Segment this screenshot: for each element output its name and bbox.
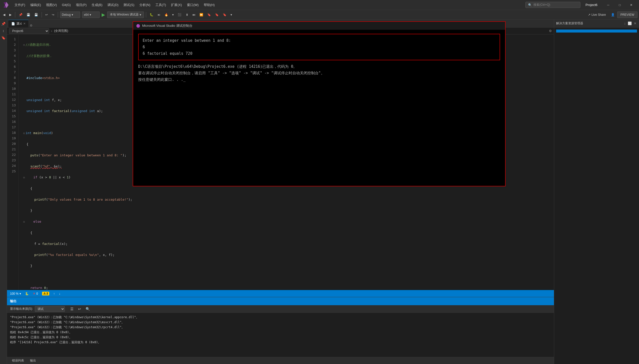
save-button[interactable]: 💾	[33, 11, 40, 18]
app-logo	[2, 1, 10, 9]
output-wrap-button[interactable]: ↩	[77, 305, 83, 312]
console-tip-line2: 按任意键关闭此窗口. . ._	[138, 76, 500, 83]
close-button[interactable]: ✕	[625, 1, 637, 9]
sidebar-cursor-icon[interactable]: ↕	[1, 28, 6, 34]
warning-badge[interactable]: ⚠ 2	[42, 292, 49, 295]
toolbar-separator-4	[146, 12, 146, 18]
toolbar-extra-6[interactable]: ⏸	[184, 11, 190, 18]
output-clear-button[interactable]: ☰	[69, 305, 75, 312]
config-dropdown[interactable]: Debug ▾	[60, 12, 80, 18]
toolbar: ◀ ▶ 📌 💾 💾 ↩ ↪ Debug ▾ x64 ▾ ▶ 本地 Windows…	[0, 10, 639, 20]
toolbar-extra-2[interactable]: ⏯	[156, 11, 162, 18]
project-name-title: Project6	[582, 3, 600, 7]
bottom-tabs: 错误列表 输出	[7, 357, 554, 364]
forward-button[interactable]: ▶	[8, 11, 13, 18]
breadcrumb-scope: (全局范围)	[54, 29, 68, 33]
zoom-value: 100 %	[10, 292, 19, 295]
toolbar-separator-3	[58, 12, 58, 18]
breadcrumb-settings-icon[interactable]: ⚙	[549, 29, 552, 33]
error-x-icon: ✕	[33, 292, 36, 295]
toolbar-extra-4[interactable]: ▾	[171, 11, 175, 18]
error-badge[interactable]: ✕ 0	[33, 292, 38, 295]
warning-triangle-icon: ⚠ 2	[42, 292, 49, 295]
menu-window[interactable]: 窗口(W)	[184, 2, 201, 8]
console-content[interactable]: Enter an integer value between 1 and 8: …	[133, 30, 505, 186]
console-exit-line: D:\C语言项目\Project6\x64\Debug\Project6.exe…	[138, 63, 500, 70]
menu-bar: 文件(F) 编辑(E) 视图(V) Git(G) 项目(P) 生成(B) 调试(…	[12, 2, 525, 8]
output-source-select[interactable]: 调试	[35, 306, 65, 312]
right-panel-header: 解决方案资源管理器 ↕ ⬜ ✕	[554, 20, 639, 28]
toolbar-extra-12[interactable]: ▾	[229, 11, 234, 18]
code-line-23: return 0;	[23, 285, 554, 290]
user-button[interactable]: 👤	[609, 11, 616, 18]
output-content: "Project6.exe" (Win32)：已加载 "C:\Windows\S…	[7, 313, 554, 357]
output-panel-header: 输出	[7, 297, 554, 305]
toolbar-extra-8[interactable]: ⏩	[198, 11, 205, 18]
maximize-button[interactable]: □	[614, 1, 625, 9]
tab-close-button[interactable]: ✕	[23, 22, 26, 25]
redo-button[interactable]: ↪	[50, 11, 56, 18]
menu-tools[interactable]: 工具(T)	[153, 2, 169, 8]
error-list-tab[interactable]: 错误列表	[9, 357, 27, 364]
undo-button[interactable]: ↩	[44, 11, 49, 18]
toolbar-extra-1[interactable]: 🐛	[148, 11, 155, 18]
menu-build[interactable]: 生成(B)	[89, 2, 105, 8]
tab-settings-icon[interactable]: ⚙	[30, 24, 33, 27]
title-bar: 文件(F) 编辑(E) 视图(V) Git(G) 项目(P) 生成(B) 调试(…	[0, 0, 639, 10]
output-find-button[interactable]: 🔍	[84, 305, 91, 312]
active-tab[interactable]: 📄 源.c ✕	[8, 20, 29, 27]
pin-button[interactable]: 📌	[17, 11, 24, 18]
output-line-4: 线程 0x4c94 已退出，返回值为 0 (0x0)。	[10, 330, 551, 335]
back-button[interactable]: ◀	[2, 11, 7, 18]
save-all-button[interactable]: 💾	[25, 11, 32, 18]
sidebar-bookmark-icon[interactable]: 🔖	[1, 35, 6, 41]
minimize-button[interactable]: ─	[602, 1, 614, 9]
toolbar-extra-3[interactable]: 🔥	[163, 11, 170, 18]
left-sidebar: 📌 ↕ 🔖	[0, 20, 7, 364]
tab-label: 源.c	[17, 22, 22, 26]
toolbar-extra-7[interactable]: ⏭	[191, 11, 197, 18]
platform-chevron-icon: ▾	[90, 13, 91, 17]
output-panel-title: 输出	[10, 299, 17, 303]
menu-help[interactable]: 帮助(H)	[201, 2, 217, 8]
menu-test[interactable]: 测试(S)	[121, 2, 137, 8]
breadcrumb-separator: ›	[51, 29, 52, 33]
menu-debug[interactable]: 调试(D)	[105, 2, 121, 8]
console-prompt-line: Enter an integer value between 1 and 8:	[143, 37, 496, 44]
toolbar-extra-9[interactable]: 🔖	[206, 11, 212, 18]
right-panel-title: 解决方案资源管理器	[556, 21, 623, 26]
menu-project[interactable]: 项目(P)	[73, 2, 89, 8]
menu-git[interactable]: Git(G)	[59, 2, 73, 8]
console-tip-line1: 要在调试停止时自动关闭控制台，请启用 "工具" -> "选项" -> "调试" …	[138, 70, 500, 76]
live-share-label: Live Share	[591, 13, 606, 17]
console-vs-icon: 🟣	[136, 24, 140, 28]
title-bar-right: 🔍 搜索(Ctrl+Q) Project6 ─ □ ✕	[525, 1, 637, 9]
toolbar-extra-10[interactable]: 🔖	[214, 11, 220, 18]
menu-extensions[interactable]: 扩展(X)	[168, 2, 184, 8]
menu-analyze[interactable]: 分析(N)	[137, 2, 153, 8]
right-panel-dock-icon[interactable]: ⬜	[627, 21, 632, 26]
menu-file[interactable]: 文件(F)	[12, 2, 28, 8]
search-box[interactable]: 🔍 搜索(Ctrl+Q)	[525, 2, 580, 8]
menu-edit[interactable]: 编辑(E)	[28, 2, 44, 8]
run-button[interactable]: ▶	[101, 12, 106, 18]
output-source-label: 显示输出来源(S):	[10, 307, 33, 311]
breadcrumb-project-dropdown[interactable]: Project6	[9, 28, 49, 34]
live-share-button[interactable]: ↗ Live Share	[585, 11, 608, 18]
right-panel-close-icon[interactable]: ✕	[633, 21, 637, 26]
preview-button[interactable]: PREVIEW	[617, 12, 637, 18]
nav-down-button[interactable]: ↓	[59, 292, 60, 295]
code-line-22	[23, 274, 554, 280]
sidebar-pin-icon[interactable]: 📌	[1, 21, 6, 27]
nav-up-button[interactable]: ↑	[53, 292, 55, 295]
toolbar-extra-11[interactable]: 🔖	[221, 11, 228, 18]
platform-dropdown[interactable]: x64 ▾	[82, 12, 100, 18]
local-debugger-button[interactable]: 本地 Windows 调试器 ▾	[107, 12, 144, 18]
right-panel-icons: ↕ ⬜ ✕	[624, 21, 637, 26]
menu-view[interactable]: 视图(V)	[44, 2, 59, 8]
output-tab[interactable]: 输出	[27, 357, 39, 364]
right-panel-sync-icon[interactable]: ↕	[624, 21, 626, 26]
code-line-19: f = factorial(x);	[23, 241, 554, 247]
local-debugger-label: 本地 Windows 调试器	[110, 13, 139, 17]
toolbar-extra-5[interactable]: ⬛	[176, 11, 183, 18]
